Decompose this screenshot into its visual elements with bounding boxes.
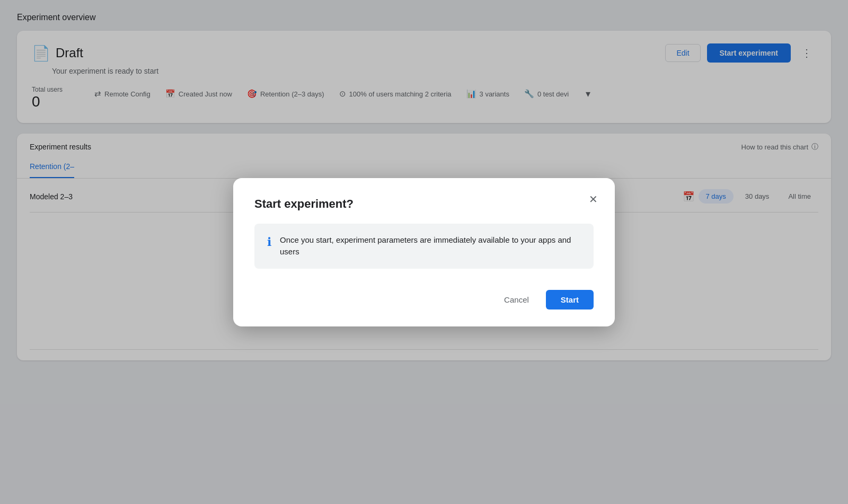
modal-backdrop: Start experiment? ✕ ℹ Once you start, ex… [0,0,848,504]
modal-actions: Cancel Start [254,290,594,310]
start-button[interactable]: Start [546,290,594,310]
info-text: Once you start, experiment parameters ar… [280,234,581,258]
modal-close-button[interactable]: ✕ [589,193,598,206]
info-box: ℹ Once you start, experiment parameters … [254,224,594,269]
info-icon: ℹ [267,235,271,249]
start-experiment-modal: Start experiment? ✕ ℹ Once you start, ex… [233,178,615,326]
cancel-button[interactable]: Cancel [496,291,537,308]
modal-title: Start experiment? [254,197,594,211]
